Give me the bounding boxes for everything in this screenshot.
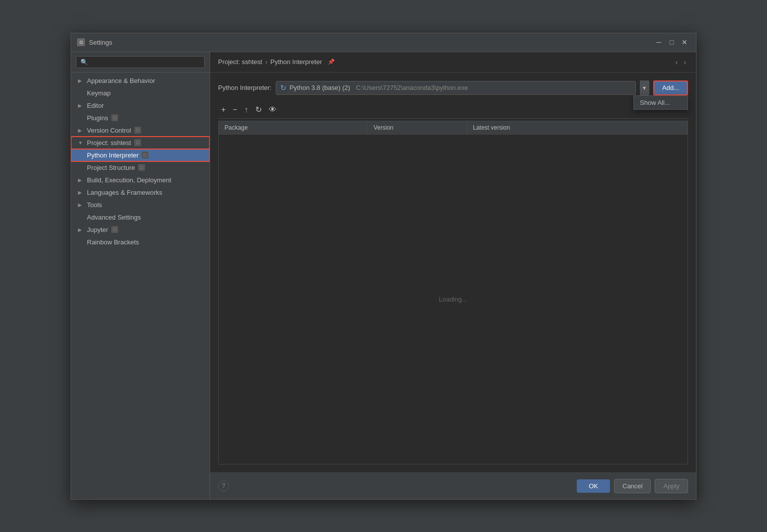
- sidebar-item-python-interpreter[interactable]: Python Interpreter □: [71, 149, 210, 161]
- interpreter-row: Python Interpreter: ↻ Python 3.8 (base) …: [218, 80, 688, 95]
- refresh-packages-button[interactable]: ↻: [252, 103, 265, 116]
- chevron-right-icon: ▶: [78, 177, 84, 183]
- sidebar-item-project-structure[interactable]: Project Structure □: [71, 161, 210, 174]
- chevron-down-icon: ▼: [78, 140, 84, 146]
- sidebar-item-plugins[interactable]: Plugins □: [71, 112, 210, 124]
- loading-indicator: Loading...: [439, 296, 467, 303]
- sidebar-item-label: Advanced Settings: [87, 214, 141, 221]
- chevron-right-icon: ▶: [78, 190, 84, 195]
- packages-toolbar: + − ↑ ↻ 👁: [218, 101, 688, 119]
- breadcrumb-bar: Project: sshtest › Python Interpreter 📌 …: [210, 52, 696, 73]
- forward-button[interactable]: ›: [682, 57, 688, 67]
- interpreter-label: Python Interpreter:: [218, 84, 272, 91]
- sidebar-nav: ▶ Appearance & Behavior Keymap ▶ Editor …: [71, 73, 210, 499]
- settings-dialog: ⚙ Settings ─ □ ✕ ▶ Appearance & Behavior: [71, 33, 696, 500]
- table-body: Loading...: [219, 135, 688, 464]
- chevron-right-icon: ▶: [78, 227, 84, 232]
- dialog-title: Settings: [89, 39, 653, 46]
- sidebar-item-label: Tools: [87, 201, 102, 209]
- sidebar-item-label: Plugins: [87, 114, 108, 122]
- sidebar-item-label: Rainbow Brackets: [87, 238, 139, 246]
- nav-arrows: ‹ ›: [674, 57, 688, 67]
- breadcrumb-separator: ›: [265, 58, 267, 66]
- breadcrumb-parent: Project: sshtest: [218, 58, 262, 66]
- interpreter-select[interactable]: ↻ Python 3.8 (base) (2) C:\Users\72752\a…: [276, 81, 636, 95]
- interpreter-dropdown-button[interactable]: ▾: [640, 80, 649, 95]
- sidebar-item-build[interactable]: ▶ Build, Execution, Deployment: [71, 174, 210, 186]
- breadcrumb-current: Python Interpreter: [270, 58, 322, 66]
- package-column-header: Package: [219, 121, 368, 134]
- window-controls: ─ □ ✕: [653, 37, 690, 48]
- add-package-button[interactable]: +: [218, 103, 229, 116]
- apply-button[interactable]: Apply: [655, 479, 688, 493]
- sidebar-item-label: Appearance & Behavior: [87, 77, 155, 84]
- table-header: Package Version Latest version: [219, 121, 688, 135]
- refresh-icon: ↻: [280, 83, 287, 92]
- main-content: Project: sshtest › Python Interpreter 📌 …: [210, 52, 696, 499]
- sidebar-item-appearance[interactable]: ▶ Appearance & Behavior: [71, 75, 210, 87]
- sidebar-item-editor[interactable]: ▶ Editor: [71, 99, 210, 112]
- search-box: [71, 52, 210, 73]
- remove-package-button[interactable]: −: [230, 103, 240, 116]
- vc-badge: □: [134, 127, 141, 134]
- version-column-header: Version: [368, 121, 467, 134]
- search-input[interactable]: [76, 56, 205, 68]
- jupyter-badge: □: [111, 226, 118, 233]
- content-area: Python Interpreter: ↻ Python 3.8 (base) …: [210, 73, 696, 472]
- add-button[interactable]: Add...: [653, 80, 688, 95]
- pin-icon: 📌: [328, 59, 335, 65]
- sidebar-item-label: Version Control: [87, 127, 131, 134]
- chevron-right-icon: ▶: [78, 78, 84, 83]
- title-bar: ⚙ Settings ─ □ ✕: [71, 33, 696, 52]
- dropdown-arrow-icon: ▾: [643, 84, 646, 91]
- chevron-right-icon: ▶: [78, 103, 84, 108]
- plugins-badge: □: [111, 114, 118, 121]
- sidebar-item-label: Jupyter: [87, 226, 108, 233]
- help-button[interactable]: ?: [218, 480, 229, 491]
- sidebar-item-label: Project Structure: [87, 164, 135, 171]
- sidebar-item-label: Project: sshtest: [87, 139, 131, 147]
- interpreter-path: C:\Users\72752\anaconda3\python.exe: [356, 84, 468, 91]
- minimize-button[interactable]: ─: [653, 37, 664, 48]
- add-dropdown: Add... Show All...: [653, 80, 688, 95]
- cancel-button[interactable]: Cancel: [614, 479, 651, 493]
- packages-table: Package Version Latest version Loading..…: [218, 121, 688, 464]
- sidebar-item-jupyter[interactable]: ▶ Jupyter □: [71, 224, 210, 236]
- interpreter-badge: □: [142, 152, 149, 158]
- sidebar-item-label: Editor: [87, 102, 104, 109]
- show-all-item[interactable]: Show All...: [634, 96, 688, 109]
- project-badge: □: [134, 139, 141, 146]
- sidebar-item-tools[interactable]: ▶ Tools: [71, 199, 210, 211]
- sidebar-item-label: Keymap: [87, 89, 111, 97]
- show-details-button[interactable]: 👁: [266, 103, 280, 116]
- dialog-footer: ? OK Cancel Apply: [210, 472, 696, 499]
- maximize-button[interactable]: □: [666, 37, 677, 48]
- sidebar: ▶ Appearance & Behavior Keymap ▶ Editor …: [71, 52, 210, 499]
- app-icon: ⚙: [77, 38, 85, 46]
- sidebar-item-advanced-settings[interactable]: Advanced Settings: [71, 211, 210, 224]
- latest-version-column-header: Latest version: [467, 121, 688, 134]
- show-all-dropdown: Show All...: [633, 95, 688, 110]
- back-button[interactable]: ‹: [674, 57, 680, 67]
- sidebar-item-label: Languages & Frameworks: [87, 189, 162, 196]
- dialog-body: ▶ Appearance & Behavior Keymap ▶ Editor …: [71, 52, 696, 499]
- ok-button[interactable]: OK: [577, 479, 610, 493]
- chevron-right-icon: ▶: [78, 128, 84, 133]
- sidebar-item-label: Build, Execution, Deployment: [87, 176, 171, 184]
- structure-badge: □: [138, 164, 145, 171]
- sidebar-item-project-sshtest[interactable]: ▼ Project: sshtest □: [71, 137, 210, 149]
- interpreter-name: Python 3.8 (base) (2) C:\Users\72752\ana…: [290, 84, 468, 91]
- sidebar-item-label: Python Interpreter: [87, 152, 139, 159]
- sidebar-item-rainbow-brackets[interactable]: Rainbow Brackets: [71, 236, 210, 248]
- sidebar-item-languages[interactable]: ▶ Languages & Frameworks: [71, 186, 210, 199]
- close-button[interactable]: ✕: [679, 37, 690, 48]
- move-up-button[interactable]: ↑: [241, 103, 251, 116]
- chevron-right-icon: ▶: [78, 202, 84, 208]
- sidebar-item-version-control[interactable]: ▶ Version Control □: [71, 124, 210, 137]
- sidebar-item-keymap[interactable]: Keymap: [71, 87, 210, 99]
